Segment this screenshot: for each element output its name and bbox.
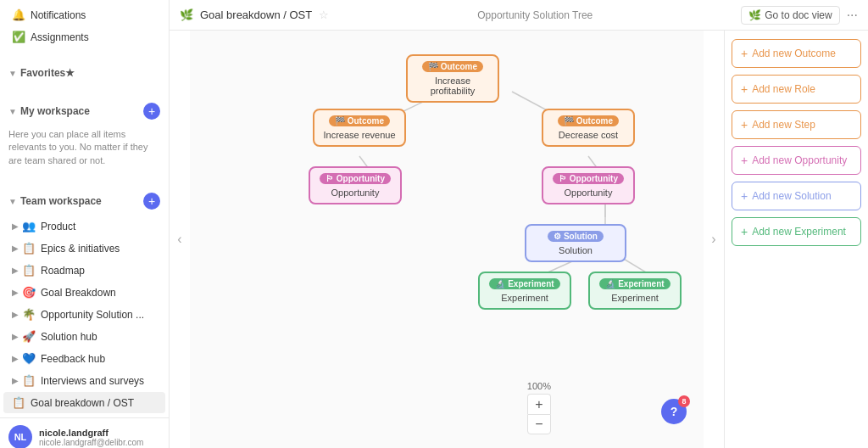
node-opp2[interactable]: 🏳 Opportunity Opportunity	[542, 166, 635, 204]
node-exp1[interactable]: 🔬 Experiment Experiment	[478, 272, 571, 310]
team-workspace-add-button[interactable]: +	[143, 193, 160, 210]
product-icon: 👥	[22, 220, 36, 232]
badge-outcome: 🏁 Outcome	[422, 61, 483, 72]
node-opp1[interactable]: 🏳 Opportunity Opportunity	[309, 166, 402, 204]
zoom-out-button[interactable]: −	[527, 414, 551, 434]
interviews-icon: 📋	[22, 374, 36, 387]
solution-hub-icon: 🚀	[22, 330, 36, 343]
node-exp2-text: Experiment	[598, 293, 671, 303]
sidebar-item-goal-breakdown-ost[interactable]: 📋 Goal breakdown / OST	[3, 392, 165, 413]
node-child1-text: Increase revenue	[323, 130, 396, 140]
help-button-wrapper: ? 8	[670, 411, 695, 436]
plus-icon: +	[741, 118, 748, 132]
user-email: nicole.landgraff@delibr.com	[39, 438, 143, 447]
roadmap-icon: 📋	[22, 264, 36, 277]
badge-solution: ⚙ Solution	[548, 231, 604, 242]
chevron-right-icon: ▶	[12, 310, 19, 319]
sidebar-item-solution-hub[interactable]: ▶ 🚀 Solution hub	[3, 326, 165, 347]
plus-icon: +	[741, 225, 748, 238]
node-exp2[interactable]: 🔬 Experiment Experiment	[588, 272, 682, 310]
topbar-center-label: Opportunity Solution Tree	[336, 9, 734, 21]
plus-icon: +	[741, 189, 748, 203]
topbar: 🌿 Goal breakdown / OST ☆ Opportunity Sol…	[170, 0, 868, 31]
canvas[interactable]: 🏁 Outcome Increase profitability 🏁 Outco…	[190, 31, 704, 448]
user-name: nicole.landgraff	[39, 428, 143, 438]
node-child2-text: Decrease cost	[552, 130, 625, 140]
main-content: 🌿 Goal breakdown / OST ☆ Opportunity Sol…	[170, 0, 868, 448]
node-root[interactable]: 🏁 Outcome Increase profitability	[406, 54, 499, 103]
add-solution-button[interactable]: + Add new Solution	[732, 182, 861, 210]
add-step-button[interactable]: + Add new Step	[732, 110, 861, 139]
check-icon: ✅	[12, 31, 25, 43]
sidebar-item-notifications[interactable]: 🔔 Notifications	[3, 4, 165, 25]
add-role-button[interactable]: + Add new Role	[732, 75, 861, 104]
add-opportunity-button[interactable]: + Add new Opportunity	[732, 146, 861, 175]
plus-icon: +	[741, 47, 748, 60]
node-solution-text: Solution	[535, 245, 616, 255]
add-experiment-button[interactable]: + Add new Experiment	[732, 217, 861, 246]
doc-icon: 📋	[12, 396, 25, 409]
badge-opp-1: 🏳 Opportunity	[320, 173, 391, 184]
team-workspace-header[interactable]: ▼ Team workspace +	[0, 188, 169, 215]
zoom-level: 100%	[527, 381, 551, 391]
epics-icon: 📋	[22, 242, 36, 255]
go-to-doc-button[interactable]: 🌿 Go to doc view	[741, 6, 839, 25]
star-icon[interactable]: ☆	[319, 8, 329, 21]
canvas-nav-left[interactable]: ‹	[170, 31, 190, 448]
avatar: NL	[8, 425, 32, 448]
more-icon[interactable]: ···	[847, 8, 858, 23]
node-child2[interactable]: 🏁 Outcome Decrease cost	[542, 109, 635, 147]
right-panel: + Add new Outcome + Add new Role + Add n…	[724, 31, 868, 448]
sidebar-item-interviews[interactable]: ▶ 📋 Interviews and surveys	[3, 370, 165, 391]
doc-icon: 🌿	[180, 8, 193, 21]
opportunity-icon: 🌴	[22, 308, 36, 321]
feedback-icon: 💙	[22, 352, 36, 365]
sidebar-item-assignments[interactable]: ✅ Assignments	[3, 26, 165, 48]
topbar-actions: 🌿 Go to doc view ···	[741, 6, 858, 25]
badge-exp-2: 🔬 Experiment	[599, 278, 670, 289]
help-badge: 8	[678, 395, 690, 407]
goal-icon: 🎯	[22, 286, 36, 299]
chevron-down-icon: ▼	[8, 107, 17, 116]
workspace-description: Here you can place all items relevants t…	[0, 125, 169, 174]
my-workspace-add-button[interactable]: +	[143, 103, 160, 120]
sidebar-item-goal-breakdown[interactable]: ▶ 🎯 Goal Breakdown	[3, 282, 165, 303]
badge-outcome-2: 🏁 Outcome	[558, 115, 619, 126]
chevron-right-icon: ▶	[12, 266, 19, 275]
zoom-controls: 100% + −	[527, 381, 551, 434]
sidebar-item-roadmap[interactable]: ▶ 📋 Roadmap	[3, 260, 165, 281]
page-title: Goal breakdown / OST	[200, 8, 312, 21]
chevron-down-icon: ▼	[8, 197, 17, 206]
zoom-in-button[interactable]: +	[527, 394, 551, 414]
badge-opp-2: 🏳 Opportunity	[553, 173, 624, 184]
chevron-right-icon: ▶	[12, 288, 19, 297]
chevron-right-icon: ▶	[12, 354, 19, 363]
node-solution[interactable]: ⚙ Solution Solution	[525, 224, 626, 262]
bell-icon: 🔔	[12, 8, 25, 21]
doc-tree-icon: 🌿	[748, 9, 761, 21]
sidebar-item-epics[interactable]: ▶ 📋 Epics & initiatives	[3, 238, 165, 259]
chevron-right-icon: ▶	[12, 376, 19, 385]
node-root-text: Increase profitability	[416, 76, 489, 96]
sidebar: 🔔 Notifications ✅ Assignments ▼ Favorite…	[0, 0, 170, 448]
chevron-right-icon: ▶	[12, 221, 19, 231]
node-child1[interactable]: 🏁 Outcome Increase revenue	[313, 109, 406, 147]
node-exp1-text: Experiment	[488, 293, 561, 303]
sidebar-item-opportunity-solution[interactable]: ▶ 🌴 Opportunity Solution ...	[3, 304, 165, 325]
canvas-wrapper: ‹ 🏁 Ou	[170, 31, 868, 448]
badge-outcome-1: 🏁 Outcome	[329, 115, 390, 126]
chevron-right-icon: ▶	[12, 244, 19, 253]
canvas-nav-right[interactable]: ›	[704, 31, 724, 448]
plus-icon: +	[741, 154, 748, 167]
favorites-header[interactable]: ▼ Favorites ★	[0, 62, 169, 84]
chevron-down-icon: ▼	[8, 69, 17, 78]
add-outcome-button[interactable]: + Add new Outcome	[732, 39, 861, 68]
node-opp2-text: Opportunity	[552, 188, 625, 198]
sidebar-item-product[interactable]: ▶ 👥 Product	[3, 216, 165, 237]
sidebar-item-feedback-hub[interactable]: ▶ 💙 Feedback hub	[3, 348, 165, 369]
sidebar-footer: NL nicole.landgraff nicole.landgraff@del…	[0, 417, 169, 448]
my-workspace-header[interactable]: ▼ My workspace +	[0, 98, 169, 125]
help-button[interactable]: ? 8	[661, 399, 687, 424]
star-icon: ★	[65, 67, 75, 79]
plus-icon: +	[741, 82, 748, 96]
